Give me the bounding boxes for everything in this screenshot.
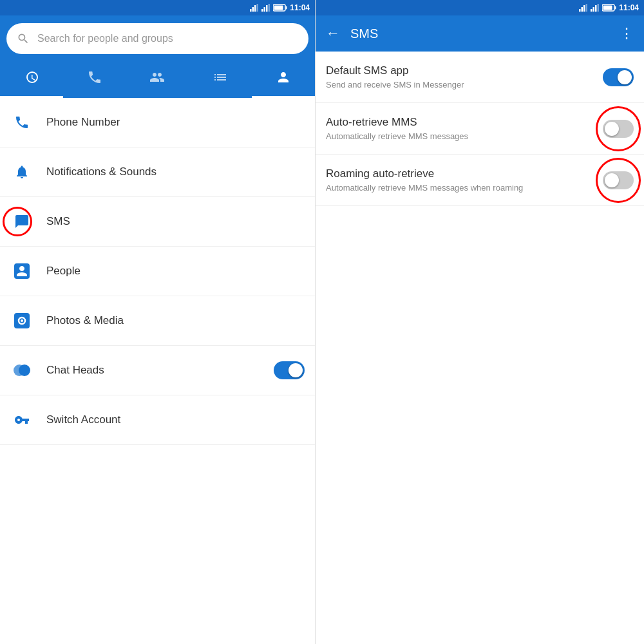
default-sms-toggle[interactable]	[603, 68, 634, 86]
nav-tabs	[0, 62, 315, 98]
svg-rect-0	[250, 9, 252, 12]
time-right: 11:04	[619, 3, 639, 12]
default-sms-toggle-container	[603, 68, 634, 86]
time-left: 11:04	[290, 3, 310, 12]
battery-icon-left	[273, 4, 287, 12]
auto-retrieve-toggle[interactable]	[603, 120, 634, 138]
chat-heads-label: Chat Heads	[46, 364, 104, 377]
switch-account-label: Switch Account	[46, 413, 120, 426]
settings-item-switch-account[interactable]: Switch Account	[0, 395, 315, 445]
phone-icon	[10, 111, 33, 134]
sms-label: SMS	[46, 215, 70, 228]
tab-chat[interactable]	[189, 62, 252, 98]
chat-heads-toggle[interactable]	[274, 361, 305, 379]
sms-page-title: SMS	[350, 26, 620, 41]
svg-rect-5	[264, 7, 266, 12]
default-sms-text: Default SMS app Send and receive SMS in …	[326, 64, 603, 90]
roaming-retrieve-toggle[interactable]	[603, 171, 634, 189]
sms-setting-default-sms[interactable]: Default SMS app Send and receive SMS in …	[316, 52, 644, 103]
svg-rect-20	[586, 4, 588, 12]
svg-rect-22	[593, 7, 595, 12]
right-signal-icon-1	[579, 4, 588, 12]
svg-rect-6	[266, 5, 268, 12]
photos-media-label: Photos & Media	[46, 314, 124, 327]
left-status-bar: 11:04	[0, 0, 315, 15]
roaming-retrieve-text: Roaming auto-retrieve Automatically retr…	[326, 167, 603, 193]
svg-rect-27	[603, 6, 612, 10]
svg-rect-10	[274, 6, 283, 10]
chat-heads-icon	[10, 359, 33, 382]
svg-rect-17	[579, 9, 581, 12]
search-placeholder-text: Search for people and groups	[37, 33, 173, 44]
settings-item-chat-heads[interactable]: Chat Heads	[0, 346, 315, 395]
svg-rect-26	[615, 6, 616, 10]
auto-retrieve-toggle-container	[603, 120, 634, 138]
right-header: ← SMS ⋮	[316, 15, 644, 52]
auto-retrieve-title: Auto-retrieve MMS	[326, 116, 592, 129]
svg-rect-19	[583, 5, 585, 12]
people-label: People	[46, 265, 80, 278]
notifications-label: Notifications & Sounds	[46, 166, 156, 178]
back-button[interactable]: ←	[326, 25, 340, 42]
search-input-container[interactable]: Search for people and groups	[6, 23, 308, 54]
signal-icon-1	[250, 4, 259, 12]
auto-retrieve-text: Auto-retrieve MMS Automatically retrieve…	[326, 116, 603, 141]
svg-point-16	[19, 365, 30, 376]
settings-item-people[interactable]: People	[0, 247, 315, 296]
phone-number-label: Phone Number	[46, 116, 120, 129]
tab-profile[interactable]	[252, 62, 315, 98]
default-sms-title: Default SMS app	[326, 64, 592, 77]
svg-rect-21	[591, 9, 592, 12]
roaming-retrieve-desc: Automatically retrieve MMS messages when…	[326, 183, 592, 193]
key-icon	[10, 408, 33, 431]
right-signal-icon-2	[591, 4, 600, 12]
svg-rect-9	[286, 6, 287, 10]
svg-rect-7	[269, 4, 270, 12]
right-status-bar: 11:04	[316, 0, 644, 15]
photos-icon	[10, 309, 33, 332]
search-bar: Search for people and groups	[0, 15, 315, 62]
left-panel: 11:04 Search for people and groups	[0, 0, 316, 644]
sms-icon	[10, 210, 33, 233]
auto-retrieve-desc: Automatically retrieve MMS messages	[326, 131, 592, 141]
svg-point-14	[21, 319, 23, 322]
status-icons: 11:04	[250, 3, 310, 12]
svg-rect-2	[254, 5, 256, 12]
more-options-button[interactable]: ⋮	[620, 25, 634, 42]
svg-rect-23	[595, 5, 597, 12]
settings-item-phone-number[interactable]: Phone Number	[0, 98, 315, 147]
tab-recent[interactable]	[0, 62, 63, 98]
people-icon	[10, 260, 33, 283]
settings-list: Phone Number Notifications & Sounds SMS	[0, 98, 315, 644]
bell-icon	[10, 160, 33, 184]
tab-calls[interactable]	[63, 62, 126, 98]
settings-item-sms[interactable]: SMS	[0, 197, 315, 247]
svg-rect-24	[598, 4, 600, 12]
sms-setting-auto-retrieve[interactable]: Auto-retrieve MMS Automatically retrieve…	[316, 103, 644, 155]
svg-rect-18	[582, 7, 583, 12]
default-sms-desc: Send and receive SMS in Messenger	[326, 80, 592, 90]
sms-setting-roaming-retrieve[interactable]: Roaming auto-retrieve Automatically retr…	[316, 155, 644, 206]
right-status-icons: 11:04	[579, 3, 639, 12]
settings-item-notifications[interactable]: Notifications & Sounds	[0, 147, 315, 197]
svg-rect-4	[261, 9, 263, 12]
svg-rect-1	[252, 7, 254, 12]
search-icon	[17, 32, 30, 45]
signal-icon-2	[261, 4, 270, 12]
sms-settings-list: Default SMS app Send and receive SMS in …	[316, 52, 644, 644]
svg-rect-3	[257, 4, 259, 12]
roaming-retrieve-toggle-container	[603, 171, 634, 189]
right-panel: 11:04 ← SMS ⋮ Default SMS app Send and r…	[316, 0, 644, 644]
roaming-retrieve-title: Roaming auto-retrieve	[326, 167, 592, 180]
right-battery-icon	[602, 4, 616, 12]
tab-groups[interactable]	[126, 62, 189, 98]
settings-item-photos-media[interactable]: Photos & Media	[0, 296, 315, 346]
